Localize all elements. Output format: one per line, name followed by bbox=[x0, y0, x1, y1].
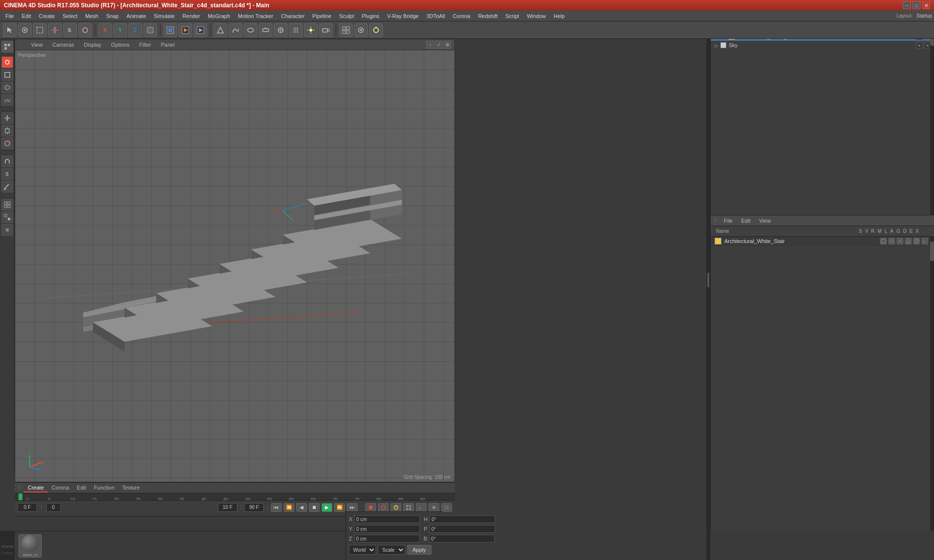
structure-tool[interactable] bbox=[1, 199, 13, 210]
add-camera-btn[interactable] bbox=[319, 23, 333, 37]
auto-key-btn[interactable]: A bbox=[416, 503, 427, 512]
attr-scrollbar[interactable] bbox=[930, 237, 934, 531]
attr-toggle-1[interactable] bbox=[880, 238, 887, 245]
z-axis-btn[interactable]: Z bbox=[128, 23, 142, 37]
scale-btn[interactable]: S bbox=[63, 23, 77, 37]
menu-simulate[interactable]: Simulate bbox=[150, 12, 178, 20]
menu-help[interactable]: Help bbox=[550, 12, 568, 20]
menu-pipeline[interactable]: Pipeline bbox=[309, 12, 335, 20]
play-next-btn[interactable]: ⏩ bbox=[334, 503, 345, 512]
play-stop-btn[interactable]: ⏹ bbox=[309, 503, 320, 512]
brush-tool[interactable] bbox=[1, 181, 13, 192]
attr-edit-menu[interactable]: Edit bbox=[739, 217, 753, 225]
play-start-input[interactable] bbox=[218, 503, 237, 512]
menu-window[interactable]: Window bbox=[523, 12, 549, 20]
render-region-btn[interactable] bbox=[163, 23, 177, 37]
minimize-btn[interactable]: ─ bbox=[903, 1, 911, 9]
play-end-btn[interactable]: ⏭ bbox=[347, 503, 358, 512]
record-btn[interactable] bbox=[365, 503, 376, 512]
close-btn[interactable]: ✕ bbox=[922, 1, 930, 9]
hair-btn[interactable] bbox=[289, 23, 303, 37]
timeline-mode-btn[interactable] bbox=[403, 503, 414, 512]
render-viewport-btn[interactable] bbox=[179, 23, 192, 37]
viewport-cameras-menu[interactable]: Cameras bbox=[51, 41, 76, 49]
add-spline-btn[interactable] bbox=[229, 23, 242, 37]
play-rev-btn[interactable]: ◀ bbox=[296, 503, 307, 512]
add-primitive-btn[interactable] bbox=[214, 23, 227, 37]
separator-thumb[interactable] bbox=[707, 273, 709, 287]
play-fwd-btn[interactable]: ▶ bbox=[322, 503, 332, 512]
menu-create[interactable]: Create bbox=[36, 12, 58, 20]
menu-character[interactable]: Character bbox=[278, 12, 308, 20]
viewport-layout-btn[interactable] bbox=[339, 23, 353, 37]
uvw-mode-btn[interactable]: UV bbox=[1, 94, 13, 106]
world-dropdown[interactable]: World bbox=[349, 545, 376, 555]
coord-x-pos[interactable] bbox=[354, 515, 420, 523]
obj-vis-3[interactable]: ● bbox=[916, 42, 923, 49]
viewport[interactable]: ⠿ View Cameras Display Options Filter Pa… bbox=[15, 39, 455, 482]
magnet-tool[interactable] bbox=[1, 156, 13, 167]
menu-motiontracker[interactable]: Motion Tracker bbox=[234, 12, 277, 20]
menu-mesh[interactable]: Mesh bbox=[82, 12, 102, 20]
viewport-options-menu[interactable]: Options bbox=[109, 41, 131, 49]
motion-path-btn[interactable] bbox=[391, 503, 401, 512]
attr-view-menu[interactable]: View bbox=[757, 217, 773, 225]
attr-toggle-4[interactable] bbox=[905, 238, 912, 245]
play-end-input[interactable] bbox=[244, 503, 264, 512]
tab-create[interactable]: Create bbox=[24, 484, 48, 492]
keyframe-btn[interactable] bbox=[429, 503, 439, 512]
scale-dropdown[interactable]: Scale bbox=[378, 545, 405, 555]
coord-sys-btn[interactable] bbox=[144, 23, 157, 37]
apply-button[interactable]: Apply bbox=[407, 545, 431, 555]
menu-3dtoall[interactable]: 3DToAll bbox=[423, 12, 449, 20]
menu-sculpt[interactable]: Sculpt bbox=[336, 12, 358, 20]
material-stairs[interactable]: stairs_m bbox=[18, 534, 42, 558]
coord-z-pos[interactable] bbox=[354, 535, 420, 542]
points-mode-btn[interactable] bbox=[1, 56, 13, 68]
coord-b-rot[interactable] bbox=[429, 535, 495, 542]
viewport-panel-menu[interactable]: Panel bbox=[159, 41, 177, 49]
current-frame-input[interactable] bbox=[18, 503, 37, 512]
rotate-btn[interactable] bbox=[78, 23, 92, 37]
menu-plugins[interactable]: Plugins bbox=[359, 12, 383, 20]
attr-scrollbar-thumb[interactable] bbox=[930, 242, 934, 261]
tab-corona[interactable]: Corona bbox=[48, 484, 73, 492]
fps-input[interactable] bbox=[46, 503, 61, 512]
attr-toggle-5[interactable] bbox=[913, 238, 920, 245]
viewport-display-menu[interactable]: Display bbox=[82, 41, 103, 49]
x-axis-btn[interactable]: X bbox=[98, 23, 112, 37]
cursor-tool-btn[interactable] bbox=[3, 23, 17, 37]
viewport-filter-menu[interactable]: Filter bbox=[137, 41, 153, 49]
rotate-tool-sidebar[interactable] bbox=[1, 138, 13, 149]
add-deformer-btn[interactable] bbox=[259, 23, 272, 37]
play-prev-btn[interactable]: ⏪ bbox=[284, 503, 294, 512]
viewport-expand-btn[interactable]: ↕ bbox=[426, 41, 434, 49]
move-btn[interactable] bbox=[48, 23, 62, 37]
menu-corona[interactable]: Corona bbox=[449, 12, 474, 20]
attr-toggle-2[interactable] bbox=[888, 238, 895, 245]
extra-tool[interactable] bbox=[1, 224, 13, 236]
menu-select[interactable]: Select bbox=[59, 12, 81, 20]
live-select-btn[interactable] bbox=[18, 23, 32, 37]
menu-script[interactable]: Script bbox=[502, 12, 522, 20]
obj-sky[interactable]: ▷ Sky ● ● bbox=[711, 41, 934, 50]
coord-h-rot[interactable] bbox=[430, 515, 495, 523]
add-nurbs-btn[interactable] bbox=[244, 23, 257, 37]
attr-toggle-6[interactable]: H bbox=[921, 238, 928, 245]
menu-render[interactable]: Render bbox=[179, 12, 203, 20]
scale-tool-sidebar[interactable] bbox=[1, 125, 13, 137]
attr-file-menu[interactable]: File bbox=[722, 217, 735, 225]
viewport-view-menu[interactable]: View bbox=[29, 41, 45, 49]
viewport-fullscreen-btn[interactable]: ⤢ bbox=[435, 41, 443, 49]
play-start-btn[interactable]: ⏮ bbox=[271, 503, 282, 512]
move-tool-sidebar[interactable] bbox=[1, 112, 13, 124]
menu-vraybridge[interactable]: V-Ray Bridge bbox=[384, 12, 422, 20]
attr-selected-obj-row[interactable]: Architectural_White_Stair H bbox=[711, 237, 934, 245]
tab-texture[interactable]: Texture bbox=[118, 484, 144, 492]
timeline-list-btn[interactable] bbox=[441, 503, 452, 512]
stop2-btn[interactable] bbox=[378, 503, 389, 512]
render-to-picture-btn[interactable] bbox=[194, 23, 207, 37]
attr-toggle-3[interactable] bbox=[897, 238, 903, 245]
menu-edit[interactable]: Edit bbox=[18, 12, 35, 20]
add-light-btn[interactable] bbox=[304, 23, 318, 37]
